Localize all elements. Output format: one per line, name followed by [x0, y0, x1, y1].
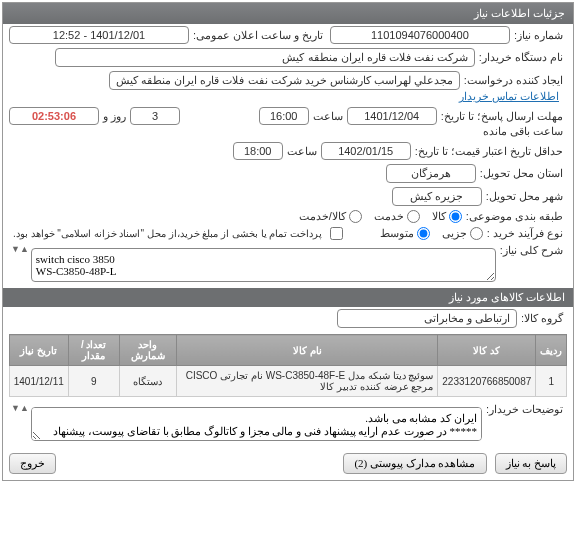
label-need-title: شرح کلی نیاز: — [496, 244, 567, 257]
cell-qty: 9 — [68, 366, 119, 397]
chevron-icon-2: ▲▼ — [9, 403, 31, 413]
row-purchase-type: نوع فرآیند خرید : جزیی متوسط پرداخت تمام… — [3, 225, 573, 242]
radio-both-input[interactable] — [349, 210, 362, 223]
row-buyer-notes: توضیحات خریدار: ▲▼ — [3, 401, 573, 447]
radio-mid[interactable]: متوسط — [380, 227, 430, 240]
label-remain: ساعت باقی مانده — [479, 125, 567, 138]
cell-code: 2233120766850087 — [438, 366, 536, 397]
row-province: استان محل تحویل: هرمزگان — [3, 162, 573, 185]
details-panel: جزئیات اطلاعات نیاز شماره نیاز: 11010940… — [2, 2, 574, 481]
textarea-need-title[interactable] — [31, 248, 496, 282]
radio-low-input[interactable] — [470, 227, 483, 240]
row-validity: حداقل تاریخ اعتبار قیمت؛ تا تاریخ: 1402/… — [3, 140, 573, 162]
label-province: استان محل تحویل: — [476, 167, 567, 180]
row-need-title: شرح کلی نیاز: ▲▼ — [3, 242, 573, 288]
radio-goods-input[interactable] — [449, 210, 462, 223]
checkbox-pay-note-input[interactable] — [330, 227, 343, 240]
cell-name: سوئیچ دیتا شبکه مدل WS-C3850-48F-E نام ت… — [177, 366, 438, 397]
label-purchase-type: نوع فرآیند خرید : — [483, 227, 567, 240]
label-day-and: روز و — [99, 110, 130, 123]
radio-service-input[interactable] — [407, 210, 420, 223]
label-city: شهر محل تحویل: — [482, 190, 567, 203]
row-buyer-org: نام دستگاه خریدار: شرکت نفت فلات قاره ای… — [3, 46, 573, 69]
label-hour-1: ساعت — [309, 110, 347, 123]
chevron-icon: ▲▼ — [9, 244, 31, 254]
category-radio-group: کالا خدمت کالا/خدمت — [299, 210, 462, 223]
value-validity-date: 1402/01/15 — [321, 142, 411, 160]
label-category: طبقه بندی موضوعی: — [462, 210, 567, 223]
col-unit: واحد شمارش — [119, 335, 176, 366]
col-code: کد کالا — [438, 335, 536, 366]
value-city: جزیره کیش — [392, 187, 482, 206]
label-buyer-org: نام دستگاه خریدار: — [475, 51, 567, 64]
panel-header: جزئیات اطلاعات نیاز — [3, 3, 573, 24]
value-announce: 1401/12/01 - 12:52 — [9, 26, 189, 44]
checkbox-pay-note[interactable]: پرداخت تمام یا بخشی از مبلغ خرید،از محل … — [9, 227, 343, 240]
label-reply-deadline: مهلت ارسال پاسخ؛ تا تاریخ: — [437, 110, 567, 123]
cell-unit: دستگاه — [119, 366, 176, 397]
value-group: ارتباطی و مخابراتی — [337, 309, 517, 328]
label-hour-2: ساعت — [283, 145, 321, 158]
value-requester: مجدعلي لهراسب کارشناس خرید شرکت نفت فلات… — [109, 71, 460, 90]
label-announce: تاریخ و ساعت اعلان عمومی: — [189, 29, 327, 42]
value-province: هرمزگان — [386, 164, 476, 183]
footer-buttons: پاسخ به نیاز مشاهده مدارک پیوستی (2) خرو… — [3, 447, 573, 480]
radio-service[interactable]: خدمت — [374, 210, 420, 223]
link-contact[interactable]: اطلاعات تماس خریدار — [459, 90, 559, 103]
row-need-no: شماره نیاز: 1101094076000400 تاریخ و ساع… — [3, 24, 573, 46]
col-qty: تعداد / مقدار — [68, 335, 119, 366]
value-countdown: 02:53:06 — [9, 107, 99, 125]
close-button[interactable]: خروج — [9, 453, 56, 474]
col-name: نام کالا — [177, 335, 438, 366]
value-days-left: 3 — [130, 107, 180, 125]
row-group: گروه کالا: ارتباطی و مخابراتی — [3, 307, 573, 330]
value-validity-hour: 18:00 — [233, 142, 283, 160]
radio-low[interactable]: جزیی — [442, 227, 483, 240]
cell-row: 1 — [536, 366, 567, 397]
ptype-radio-group: جزیی متوسط — [380, 227, 483, 240]
table-header-row: ردیف کد کالا نام کالا واحد شمارش تعداد /… — [9, 335, 567, 366]
items-table: ردیف کد کالا نام کالا واحد شمارش تعداد /… — [9, 334, 568, 397]
attachments-button[interactable]: مشاهده مدارک پیوستی (2) — [343, 453, 486, 474]
row-reply-deadline: مهلت ارسال پاسخ؛ تا تاریخ: 1401/12/04 سا… — [3, 105, 573, 140]
label-buyer-notes: توضیحات خریدار: — [482, 403, 567, 416]
reply-button[interactable]: پاسخ به نیاز — [495, 453, 568, 474]
col-row: ردیف — [536, 335, 567, 366]
cell-date: 1401/12/11 — [9, 366, 68, 397]
label-requester: ایجاد کننده درخواست: — [460, 74, 567, 87]
row-city: شهر محل تحویل: جزیره کیش — [3, 185, 573, 208]
label-validity: حداقل تاریخ اعتبار قیمت؛ تا تاریخ: — [411, 145, 567, 158]
row-requester: ایجاد کننده درخواست: مجدعلي لهراسب کارشن… — [3, 69, 573, 105]
label-group: گروه کالا: — [517, 312, 567, 325]
textarea-buyer-notes[interactable] — [31, 407, 482, 441]
radio-both[interactable]: کالا/خدمت — [299, 210, 362, 223]
radio-goods[interactable]: کالا — [432, 210, 462, 223]
radio-mid-input[interactable] — [417, 227, 430, 240]
col-date: تاریخ نیاز — [9, 335, 68, 366]
value-reply-hour: 16:00 — [259, 107, 309, 125]
value-reply-date: 1401/12/04 — [347, 107, 437, 125]
label-need-no: شماره نیاز: — [510, 29, 567, 42]
value-need-no: 1101094076000400 — [330, 26, 510, 44]
items-subheader: اطلاعات کالاهای مورد نیاز — [3, 288, 573, 307]
table-row[interactable]: 1 2233120766850087 سوئیچ دیتا شبکه مدل W… — [9, 366, 567, 397]
value-buyer-org: شرکت نفت فلات قاره ایران منطقه کیش — [55, 48, 475, 67]
row-category: طبقه بندی موضوعی: کالا خدمت کالا/خدمت — [3, 208, 573, 225]
